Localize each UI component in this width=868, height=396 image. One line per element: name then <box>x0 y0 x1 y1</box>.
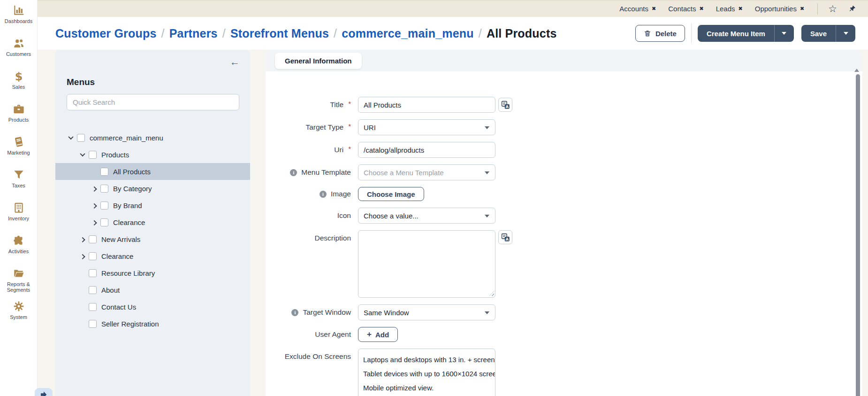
tree-item-seller-registration[interactable]: Seller Registration <box>55 315 250 332</box>
close-icon[interactable]: ✖ <box>739 6 743 12</box>
tree-item-clearance[interactable]: Clearance <box>55 214 250 231</box>
close-icon[interactable]: ✖ <box>699 6 703 12</box>
create-menu-item-button[interactable]: Create Menu Item <box>698 25 794 42</box>
sidebar-item-products[interactable]: Products <box>0 102 38 132</box>
collapse-panel-arrow-icon[interactable]: ← <box>230 56 240 68</box>
checkbox[interactable] <box>89 252 97 260</box>
listbox-option[interactable]: Laptops and desktops with 13 in. + scree… <box>358 353 495 367</box>
sidebar-item-sales[interactable]: $Sales <box>0 70 38 99</box>
checkbox[interactable] <box>89 303 97 311</box>
save-button[interactable]: Save <box>801 25 855 42</box>
tree-item-about[interactable]: About <box>55 281 250 298</box>
pinned-tab-leads[interactable]: Leads✖ <box>716 5 743 13</box>
exclude-on-screens-listbox[interactable]: Laptops and desktops with 13 in. + scree… <box>358 349 495 396</box>
sidebar-item-inventory[interactable]: Inventory <box>0 201 38 230</box>
checkbox[interactable] <box>100 218 108 226</box>
listbox-option[interactable]: Mobile optimized view. <box>358 381 495 395</box>
target-type-select[interactable]: URI <box>358 119 495 135</box>
chevron-right-icon[interactable] <box>91 203 97 209</box>
checkbox[interactable] <box>100 185 108 193</box>
plus-icon: + <box>367 330 372 338</box>
description-textarea[interactable] <box>358 230 495 298</box>
chevron-down-icon[interactable] <box>68 134 73 140</box>
tree-item-new-arrivals[interactable]: New Arrivals <box>55 231 250 248</box>
menu-template-select[interactable]: Choose a Menu Template <box>358 164 495 180</box>
breadcrumb-link[interactable]: commerce_main_menu <box>342 27 474 40</box>
translate-button[interactable]: A <box>498 98 512 112</box>
checkbox[interactable] <box>89 269 97 277</box>
favorite-star-icon[interactable]: ☆ <box>828 4 837 14</box>
checkbox[interactable] <box>100 168 108 176</box>
pinned-tab-label[interactable]: Opportunities <box>755 5 797 13</box>
sidebar-item-activities[interactable]: Activities <box>0 234 38 263</box>
expand-panel-button[interactable] <box>35 388 53 396</box>
pinned-tab-opportunities[interactable]: Opportunities✖ <box>755 5 804 13</box>
choose-image-button[interactable]: Choose Image <box>358 187 424 201</box>
target-window-select[interactable]: Same Window <box>358 304 495 320</box>
checkbox[interactable] <box>89 286 97 294</box>
sidebar-item-customers[interactable]: Customers <box>0 37 38 66</box>
uri-input[interactable] <box>358 142 495 158</box>
delete-button[interactable]: Delete <box>635 25 685 42</box>
sidebar-item-label: Marketing <box>7 150 30 155</box>
content-card: General Information Title* A Target Type… <box>266 50 862 396</box>
create-menu-item-dropdown[interactable] <box>774 25 794 42</box>
tree-item-contact-us[interactable]: Contact Us <box>55 298 250 315</box>
chevron-right-icon[interactable] <box>80 237 85 242</box>
pinned-tab-label[interactable]: Accounts <box>619 5 648 13</box>
title-input[interactable] <box>358 97 495 113</box>
required-marker: * <box>348 145 351 153</box>
checkbox[interactable] <box>100 202 108 210</box>
tree-item-all-products[interactable]: All Products <box>55 163 250 180</box>
tree-item-by-brand[interactable]: By Brand <box>55 197 250 214</box>
chevron-down-icon[interactable] <box>80 151 85 156</box>
translate-button[interactable]: A <box>498 230 512 244</box>
sidebar-item-reports-segments[interactable]: Reports & Segments <box>0 267 38 296</box>
sidebar-item-marketing[interactable]: Marketing <box>0 135 38 164</box>
chevron-right-icon[interactable] <box>91 220 97 225</box>
quick-search-input[interactable] <box>67 94 239 110</box>
tree-item-clearance[interactable]: Clearance <box>55 248 250 264</box>
tree-item-products[interactable]: Products <box>55 146 250 163</box>
chevron-right-icon[interactable] <box>80 254 85 259</box>
close-icon[interactable]: ✖ <box>652 6 656 12</box>
close-icon[interactable]: ✖ <box>800 6 804 12</box>
add-user-agent-button[interactable]: +Add <box>358 327 398 342</box>
breadcrumb-separator: / <box>479 27 482 40</box>
sidebar-item-dashboards[interactable]: Dashboards <box>0 4 38 33</box>
pinned-tab-accounts[interactable]: Accounts✖ <box>619 5 656 13</box>
scrollbar-thumb[interactable] <box>856 74 860 396</box>
tab-general-information[interactable]: General Information <box>275 53 362 69</box>
tree-item-commerce-main-menu[interactable]: commerce_main_menu <box>55 129 250 146</box>
sidebar-item-system[interactable]: System <box>0 300 38 329</box>
page-header: Customer Groups/Partners/Storefront Menu… <box>38 17 868 50</box>
save-dropdown[interactable] <box>836 25 855 42</box>
checkbox[interactable] <box>77 134 85 142</box>
info-icon[interactable] <box>291 309 298 316</box>
icon-select[interactable]: Choose a value... <box>358 208 495 224</box>
field-exclude-on-screens: Exclude On Screens Laptops and desktops … <box>266 349 862 396</box>
breadcrumb-link[interactable]: Customer Groups <box>55 27 157 40</box>
target-window-label: Target Window <box>303 308 351 317</box>
tree-item-by-category[interactable]: By Category <box>55 180 250 197</box>
checkbox[interactable] <box>89 151 97 159</box>
field-icon: Icon Choose a value... <box>266 208 862 224</box>
sidebar-item-taxes[interactable]: Taxes <box>0 168 38 197</box>
info-icon[interactable] <box>290 169 297 176</box>
scrollbar-up-arrow-icon[interactable] <box>854 69 859 72</box>
chevron-right-icon[interactable] <box>91 186 97 192</box>
breadcrumb-link[interactable]: Storefront Menus <box>230 27 329 40</box>
tree-item-label: Clearance <box>101 252 133 260</box>
tree-item-resource-library[interactable]: Resource Library <box>55 264 250 281</box>
pinned-tab-label[interactable]: Leads <box>716 5 735 13</box>
pushpin-icon[interactable] <box>848 5 856 13</box>
briefcase-icon <box>12 102 25 115</box>
breadcrumb-link[interactable]: Partners <box>169 27 218 40</box>
listbox-option[interactable]: Tablet devices with up to 1600×1024 scre… <box>358 367 495 381</box>
pinned-tab-label[interactable]: Contacts <box>668 5 696 13</box>
header-divider <box>691 23 692 43</box>
checkbox[interactable] <box>89 320 97 328</box>
checkbox[interactable] <box>89 235 97 243</box>
info-icon[interactable] <box>320 191 327 198</box>
pinned-tab-contacts[interactable]: Contacts✖ <box>668 5 703 13</box>
